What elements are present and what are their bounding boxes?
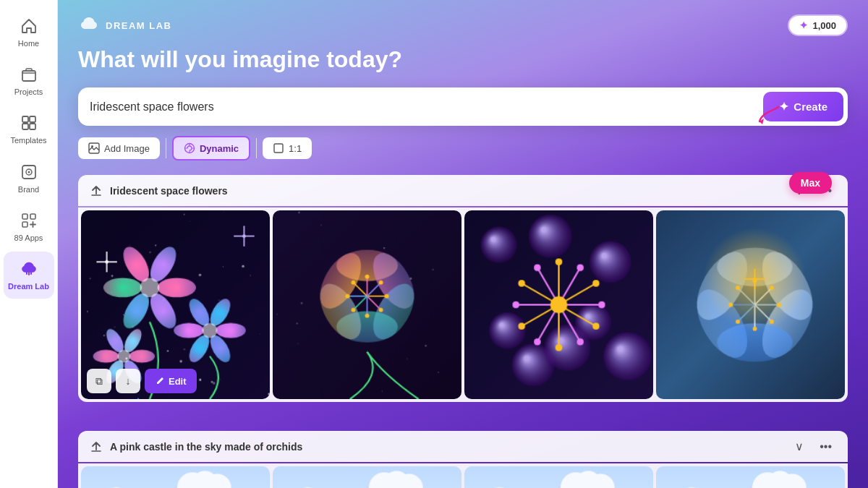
svg-rect-15	[274, 144, 283, 153]
sidebar-item-apps[interactable]: 89 Apps	[4, 203, 54, 250]
add-image-label: Add Image	[104, 143, 150, 154]
home-icon	[19, 16, 39, 36]
dynamic-icon	[184, 142, 195, 154]
max-arrow-icon	[758, 106, 780, 127]
sidebar-item-brand[interactable]: Brand	[4, 155, 54, 202]
add-image-icon	[88, 142, 100, 154]
dreamlab-brand-icon	[78, 14, 100, 36]
svg-rect-0	[22, 71, 35, 81]
svg-rect-3	[22, 124, 28, 129]
page-headline: What will you imagine today?	[78, 46, 848, 73]
ratio-button[interactable]: 1:1	[263, 137, 312, 159]
dreamlab-icon	[19, 259, 39, 279]
image-cell-2[interactable]	[273, 210, 461, 399]
section-1-header: Iridescent space flowers ∨ •••	[78, 175, 848, 206]
credits-star-icon: ✦	[799, 20, 808, 31]
create-label: Create	[793, 100, 827, 113]
projects-icon	[19, 64, 39, 85]
dreamlab-label: Dream Lab	[8, 282, 49, 291]
section-2-more[interactable]: •••	[815, 439, 836, 455]
brand-title: DREAM LAB	[106, 20, 172, 31]
section-2-right: ∨ •••	[791, 438, 836, 455]
image-cell-4[interactable]	[656, 210, 845, 399]
section-2: A pink castle in the sky made of orchids…	[78, 431, 848, 488]
edit-icon-1	[155, 376, 165, 386]
home-label: Home	[18, 39, 39, 48]
max-label: Max	[801, 177, 820, 189]
upload-icon	[90, 184, 103, 197]
sidebar-item-projects[interactable]: Projects	[4, 57, 54, 104]
ratio-icon	[273, 142, 284, 154]
svg-rect-9	[30, 214, 35, 219]
search-input[interactable]	[90, 100, 763, 114]
svg-point-13	[91, 145, 93, 147]
section-2-left: A pink castle in the sky made of orchids	[90, 440, 302, 453]
options-bar: Add Image Dynamic 1:1	[78, 136, 848, 160]
brand-label: Brand	[18, 185, 39, 194]
image-1-overlay: ⧉ ↓ Edit	[87, 369, 197, 393]
ratio-label: 1:1	[289, 143, 302, 154]
templates-label: Templates	[10, 136, 46, 145]
image-cell-5[interactable]	[81, 466, 270, 488]
add-image-button[interactable]: Add Image	[78, 137, 160, 159]
dynamic-button[interactable]: Dynamic	[172, 136, 250, 160]
sidebar-item-home[interactable]: Home	[4, 9, 54, 56]
upload-icon-2	[90, 440, 103, 453]
svg-rect-1	[22, 116, 28, 122]
svg-rect-10	[22, 222, 27, 227]
image-cell-3[interactable]	[464, 210, 653, 399]
brand-icon	[19, 162, 39, 182]
section-1-grid: ⧉ ↓ Edit Jamie	[78, 207, 848, 402]
credits-badge[interactable]: ✦ 1,000	[788, 14, 848, 36]
projects-label: Projects	[14, 87, 43, 97]
options-divider	[166, 138, 166, 158]
image-cell-7[interactable]	[464, 466, 653, 488]
edit-button-1[interactable]: Edit	[145, 369, 197, 393]
sidebar-item-dreamlab[interactable]: Dream Lab	[4, 252, 54, 299]
download-button-1[interactable]: ↓	[116, 369, 140, 393]
svg-rect-4	[30, 124, 35, 129]
sidebar-item-templates[interactable]: Templates	[4, 106, 54, 153]
apps-icon	[19, 210, 39, 231]
section-1-title: Iridescent space flowers	[110, 185, 228, 197]
svg-rect-8	[22, 214, 27, 219]
apps-label: 89 Apps	[14, 234, 43, 243]
svg-point-7	[27, 171, 30, 173]
edit-label-1: Edit	[169, 376, 187, 387]
image-cell-1[interactable]: ⧉ ↓ Edit Jamie	[81, 210, 270, 399]
section-2-collapse[interactable]: ∨	[791, 438, 808, 455]
templates-icon	[19, 113, 39, 133]
credits-amount: 1,000	[812, 20, 836, 31]
section-2-header: A pink castle in the sky made of orchids…	[78, 431, 848, 462]
header: DREAM LAB ✦ 1,000	[78, 14, 848, 36]
max-tooltip: Max	[789, 172, 832, 194]
section-2-title: A pink castle in the sky made of orchids	[110, 441, 302, 453]
dynamic-label: Dynamic	[200, 143, 239, 154]
sidebar: Home Projects Templates	[0, 0, 58, 488]
brand-logo-area: DREAM LAB	[78, 14, 172, 36]
section-2-grid	[78, 463, 848, 488]
svg-rect-2	[30, 116, 35, 122]
options-divider2	[256, 138, 257, 158]
spark-icon: ✦	[779, 100, 788, 114]
image-cell-6[interactable]	[273, 466, 461, 488]
copy-button-1[interactable]: ⧉	[87, 369, 111, 393]
section-1: Iridescent space flowers ∨ ••• ⧉ ↓ Ed	[78, 175, 848, 402]
image-cell-8[interactable]	[656, 466, 845, 488]
main-content: DREAM LAB ✦ 1,000 What will you imagine …	[58, 0, 868, 488]
section-1-left: Iridescent space flowers	[90, 184, 228, 197]
search-bar: ✦ Create	[78, 87, 848, 126]
